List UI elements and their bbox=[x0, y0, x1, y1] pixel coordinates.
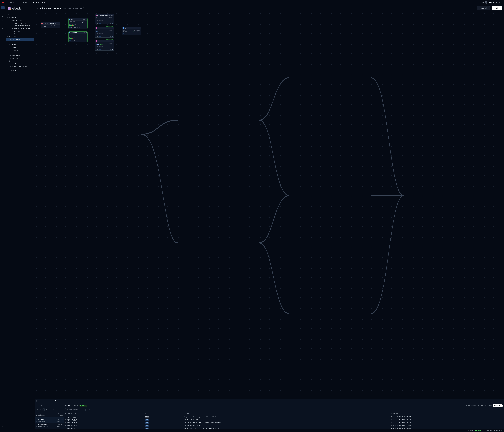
tree-twisty[interactable] bbox=[8, 39, 9, 40]
rail-run[interactable] bbox=[1, 27, 5, 31]
copy-icon[interactable] bbox=[83, 32, 84, 33]
tree-item[interactable]: extracts bbox=[6, 35, 34, 38]
link-icon[interactable] bbox=[475, 405, 477, 406]
node-order-details[interactable]: order_details Table Nameorder_details Mo… bbox=[68, 31, 88, 42]
tree-twisty[interactable] bbox=[8, 41, 9, 43]
add-button[interactable]: Add bbox=[492, 6, 502, 10]
tree-twisty[interactable] bbox=[8, 47, 9, 48]
rail-deploy[interactable] bbox=[1, 23, 5, 26]
filter-input[interactable]: Filter... bbox=[36, 404, 60, 407]
tree-item[interactable]: report_data bbox=[6, 57, 34, 60]
funnel-icon[interactable] bbox=[61, 405, 63, 406]
tree-item[interactable]: report_data bbox=[6, 30, 34, 32]
search-input[interactable]: Search bbox=[7, 13, 33, 15]
search-icon[interactable] bbox=[84, 32, 85, 33]
avatar[interactable] bbox=[485, 1, 487, 4]
node-orders[interactable]: orders Table Nameorders ModeOverwrite La… bbox=[68, 18, 88, 29]
copy-icon[interactable] bbox=[109, 27, 110, 29]
tree-item[interactable]: amount bbox=[6, 52, 34, 54]
tree-item[interactable]: order_id bbox=[6, 49, 34, 52]
rail-code[interactable] bbox=[1, 10, 5, 14]
copy-icon[interactable] bbox=[109, 14, 110, 16]
level-filter-button[interactable]: Level bbox=[85, 408, 93, 411]
external-link-icon[interactable] bbox=[139, 27, 140, 29]
tree-item[interactable]: order_details ⋯ bbox=[6, 38, 34, 41]
tree-twisty[interactable] bbox=[9, 22, 11, 24]
tree-twisty[interactable] bbox=[7, 60, 8, 62]
tree-item[interactable]: orders bbox=[6, 41, 34, 43]
message-search[interactable]: Search message... bbox=[65, 408, 84, 411]
tree-twisty[interactable] bbox=[9, 52, 11, 54]
external-link-icon[interactable] bbox=[112, 14, 113, 16]
tree-twisty[interactable] bbox=[7, 44, 8, 45]
breadcrumb-leaf[interactable]: order_report_pipeline bbox=[30, 2, 45, 3]
panel-scope[interactable]: order_details bbox=[38, 400, 46, 402]
tree-twisty[interactable] bbox=[8, 19, 9, 21]
breadcrumb-home[interactable] bbox=[5, 2, 6, 3]
tree-item[interactable]: pipeline bbox=[6, 16, 34, 19]
rail-settings[interactable] bbox=[1, 425, 5, 428]
status-user[interactable]: Roadrunner bbox=[494, 430, 503, 431]
execution-item[interactable]: perspective-cats 2 days ago order_detail… bbox=[35, 423, 64, 428]
node-source[interactable]: orders_source-mysql Source TypeMySQL Dat… bbox=[41, 22, 60, 28]
external-link-icon[interactable] bbox=[86, 19, 87, 20]
tree-item[interactable]: order_report_pipeline bbox=[6, 19, 34, 22]
tree-item[interactable]: notebook bbox=[6, 60, 34, 63]
search-icon[interactable] bbox=[56, 23, 58, 24]
search-icon[interactable] bbox=[111, 27, 112, 29]
rail-git[interactable] bbox=[1, 19, 5, 22]
project-switcher[interactable]: retail_reporting standard project bbox=[7, 6, 33, 11]
date-filter-button[interactable]: Date Filter bbox=[45, 408, 55, 411]
tree-twisty[interactable] bbox=[8, 55, 9, 56]
copy-icon[interactable] bbox=[77, 405, 78, 406]
more-icon[interactable]: ⋯ bbox=[32, 38, 33, 40]
bell-icon[interactable] bbox=[482, 1, 484, 3]
tree-item[interactable]: orders bbox=[6, 46, 34, 49]
tree-twisty[interactable] bbox=[9, 30, 11, 32]
tree-item[interactable]: cluster_by_customer_groups bbox=[6, 24, 34, 27]
close-icon[interactable] bbox=[501, 400, 503, 402]
tree-twisty[interactable] bbox=[7, 33, 8, 35]
tree-item[interactable]: avg_prices_by_categories bbox=[6, 22, 34, 24]
search-icon[interactable] bbox=[84, 19, 85, 20]
tree-item[interactable]: order_details bbox=[6, 54, 34, 57]
tree-item[interactable]: models bbox=[6, 32, 34, 35]
copy-icon[interactable] bbox=[55, 23, 56, 24]
search-icon[interactable] bbox=[111, 40, 112, 42]
app-logo[interactable] bbox=[1, 1, 4, 4]
chevron-down-icon[interactable] bbox=[31, 8, 32, 9]
copy-icon[interactable] bbox=[83, 7, 85, 9]
node-avg-prices[interactable]: avg_prices_by_categories TagDescription-… bbox=[95, 14, 114, 25]
org-name[interactable]: Roadrunner Acme bbox=[489, 2, 500, 3]
tree-twisty[interactable] bbox=[8, 58, 9, 59]
pipeline-canvas[interactable]: orders_source-mysql Source TypeMySQL Dat… bbox=[35, 12, 504, 399]
tree-twisty[interactable] bbox=[7, 63, 8, 64]
tree-twisty[interactable] bbox=[9, 50, 11, 51]
copy-icon[interactable] bbox=[109, 40, 110, 42]
external-link-icon[interactable] bbox=[112, 27, 113, 29]
node-cluster[interactable]: Materialized cluster_by_customer_groups … bbox=[95, 27, 114, 37]
tree-twisty[interactable] bbox=[8, 66, 9, 67]
search-icon[interactable] bbox=[138, 27, 139, 29]
status-branch[interactable]: 84792HD bbox=[466, 430, 473, 431]
tree-item[interactable]: schedule bbox=[6, 63, 34, 65]
external-link-icon[interactable] bbox=[86, 32, 87, 33]
tree-twisty[interactable] bbox=[7, 17, 8, 18]
tree-twisty[interactable] bbox=[9, 28, 11, 29]
rerun-button[interactable]: Re-Run bbox=[493, 404, 503, 407]
external-link-icon[interactable] bbox=[58, 23, 59, 24]
breadcrumb-projects[interactable]: Projects bbox=[9, 2, 14, 3]
node-basket[interactable]: Materialized basket_values_by_postcode T… bbox=[95, 40, 114, 51]
copy-icon[interactable] bbox=[136, 27, 137, 29]
tree-twisty[interactable] bbox=[7, 36, 8, 37]
tree-item[interactable]: basket_values_by_postcode bbox=[6, 27, 34, 30]
tab-schedules[interactable]: Schedules bbox=[63, 399, 72, 403]
execution-item[interactable]: time-apple 1 days ago order_details 36mi… bbox=[35, 417, 64, 423]
execution-item[interactable]: dragon-heart - order_details Now bbox=[35, 412, 64, 417]
chevron-down-icon[interactable] bbox=[501, 2, 503, 3]
tab-executions[interactable]: Executions bbox=[54, 399, 63, 403]
rail-explorer[interactable] bbox=[1, 6, 5, 9]
tree-item[interactable]: models_product_schedule bbox=[6, 65, 34, 68]
tree-item[interactable]: datasets bbox=[6, 43, 34, 46]
search-icon[interactable] bbox=[111, 14, 112, 16]
